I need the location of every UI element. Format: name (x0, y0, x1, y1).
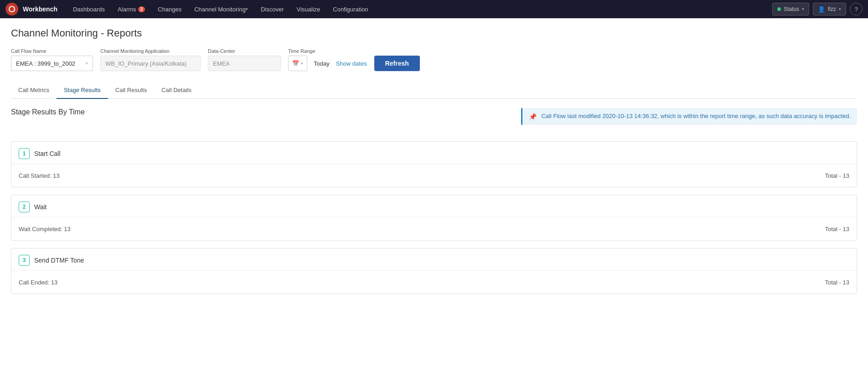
show-dates-link[interactable]: Show dates (336, 60, 367, 67)
stage-1-name: Start Call (34, 150, 61, 157)
page-content: Channel Monitoring - Reports Call Flow N… (0, 18, 868, 310)
status-chevron-icon: ▾ (802, 7, 804, 11)
stage-2-name: Wait (34, 203, 46, 211)
time-range-row: 📅 ▾ Today Show dates (288, 56, 367, 71)
call-flow-label: Call Flow Name (11, 48, 93, 54)
help-button[interactable]: ? (850, 3, 863, 15)
pin-icon: 📌 (529, 113, 537, 120)
status-dot-icon (777, 7, 781, 11)
stage-2-total: Total - 13 (825, 226, 850, 232)
time-range-value: Today (311, 60, 332, 67)
tab-call-details[interactable]: Call Details (154, 82, 199, 99)
nav-configuration[interactable]: Configuration (326, 0, 374, 18)
nav-channel-monitoring[interactable]: Channel Monitoring ▾ (188, 0, 254, 18)
calendar-icon: 📅 (292, 60, 299, 67)
section-header: Stage Results By Time 📌 Call Flow last m… (11, 108, 857, 134)
page-title: Channel Monitoring - Reports (11, 27, 857, 39)
calendar-button[interactable]: 📅 ▾ (288, 56, 307, 71)
stage-card-1-body: Call Started: 13 Total - 13 (11, 164, 857, 187)
tab-call-results[interactable]: Call Results (108, 82, 154, 99)
tabs-row: Call Metrics Stage Results Call Results … (11, 82, 857, 99)
call-flow-chevron-icon: ▾ (86, 61, 88, 66)
user-button[interactable]: 👤 fizz ▾ (813, 3, 846, 15)
topnav: Workbench Dashboards Alarms 3 Changes Ch… (0, 0, 868, 18)
topnav-right: Status ▾ 👤 fizz ▾ ? (772, 3, 863, 15)
filters-row: Call Flow Name EMEA : 3999_to_2002 ▾ Cha… (11, 48, 857, 71)
stage-2-metric: Wait Completed: 13 (19, 226, 71, 232)
stage-1-total: Total - 13 (825, 172, 850, 179)
time-range-filter: Time Range 📅 ▾ Today Show dates (288, 48, 367, 71)
nav-alarms[interactable]: Alarms 3 (111, 0, 151, 18)
stage-2-number: 2 (19, 201, 30, 212)
stage-3-metric: Call Ended: 13 (19, 279, 57, 286)
stage-card-3: 3 Send DTMF Tone Call Ended: 13 Total - … (11, 248, 857, 294)
refresh-button[interactable]: Refresh (374, 56, 420, 71)
brand-label: Workbench (23, 5, 57, 13)
datacenter-filter: Data-Center EMEA (208, 48, 281, 71)
stage-card-2-header: 2 Wait (11, 195, 857, 217)
nav-dashboards[interactable]: Dashboards (67, 0, 111, 18)
tab-stage-results[interactable]: Stage Results (57, 82, 108, 99)
nav-discover[interactable]: Discover (254, 0, 290, 18)
channel-monitoring-label: Channel Monitoring Application (100, 48, 201, 54)
nav-changes[interactable]: Changes (151, 0, 188, 18)
nav-visualize[interactable]: Visualize (290, 0, 326, 18)
stage-1-number: 1 (19, 148, 30, 159)
alarm-badge: 3 (138, 6, 145, 12)
logo-inner (9, 6, 15, 12)
stage-card-1: 1 Start Call Call Started: 13 Total - 13 (11, 141, 857, 187)
call-flow-filter: Call Flow Name EMEA : 3999_to_2002 ▾ (11, 48, 93, 71)
datacenter-value: EMEA (208, 56, 281, 71)
stage-card-3-body: Call Ended: 13 Total - 13 (11, 271, 857, 294)
user-icon: 👤 (818, 6, 825, 13)
user-chevron-icon: ▾ (839, 7, 841, 11)
stage-card-1-header: 1 Start Call (11, 142, 857, 164)
tab-call-metrics[interactable]: Call Metrics (11, 82, 57, 99)
section-title: Stage Results By Time (11, 108, 85, 116)
channel-monitoring-chevron-icon: ▾ (246, 7, 248, 11)
stage-cards: 1 Start Call Call Started: 13 Total - 13… (11, 141, 857, 294)
time-range-label: Time Range (288, 48, 367, 54)
alert-banner: 📌 Call Flow last modified 2020-10-13 14:… (521, 108, 857, 125)
stage-card-3-header: 3 Send DTMF Tone (11, 248, 857, 271)
stage-3-name: Send DTMF Tone (34, 257, 84, 264)
nav-items: Dashboards Alarms 3 Changes Channel Moni… (67, 0, 772, 18)
stage-card-2-body: Wait Completed: 13 Total - 13 (11, 217, 857, 240)
call-flow-select[interactable]: EMEA : 3999_to_2002 ▾ (11, 56, 93, 71)
call-flow-value: EMEA : 3999_to_2002 (16, 60, 75, 67)
status-button[interactable]: Status ▾ (772, 3, 809, 15)
stage-1-metric: Call Started: 13 (19, 172, 60, 179)
alert-message: Call Flow last modified 2020-10-13 14:36… (541, 113, 851, 119)
stage-3-number: 3 (19, 255, 30, 266)
help-icon: ? (854, 6, 858, 13)
stage-card-2: 2 Wait Wait Completed: 13 Total - 13 (11, 195, 857, 241)
stage-3-total: Total - 13 (825, 279, 850, 286)
datacenter-label: Data-Center (208, 48, 281, 54)
calendar-chevron-icon: ▾ (301, 61, 303, 66)
channel-monitoring-value: WB_IO_Primary (Asia/Kolkata) (100, 56, 201, 71)
logo (5, 3, 18, 15)
channel-monitoring-filter: Channel Monitoring Application WB_IO_Pri… (100, 48, 201, 71)
